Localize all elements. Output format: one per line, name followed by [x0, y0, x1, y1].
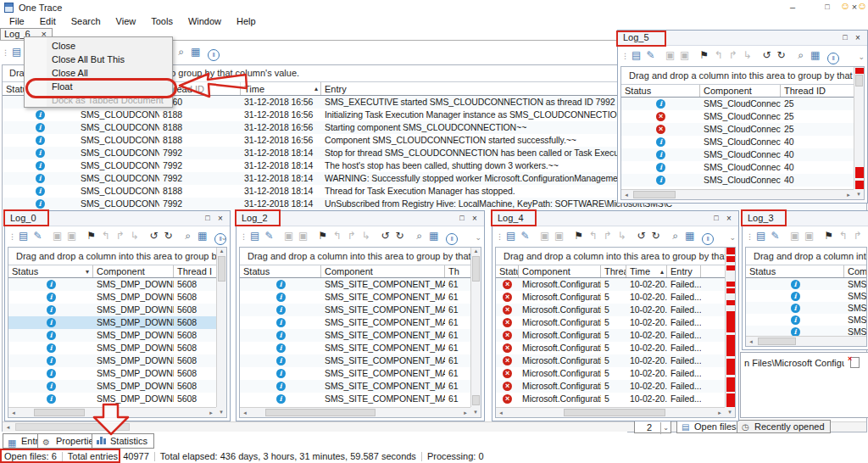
- log-row[interactable]: Microsoft.Configurati... 5 10-02-20... F…: [496, 291, 725, 304]
- find-icon[interactable]: ⌕: [181, 226, 195, 245]
- log-row[interactable]: Microsoft.Configurati... 5 10-02-20... F…: [496, 393, 725, 405]
- column-header-status[interactable]: Status: [496, 265, 519, 277]
- scroll-right-icon[interactable]: ▸: [460, 408, 470, 417]
- scroll-thumb[interactable]: [15, 423, 130, 431]
- log-row[interactable]: Microsoft.Configurati... 5 10-02-20... F…: [496, 278, 725, 291]
- scroll-left-icon[interactable]: ◂: [496, 408, 506, 417]
- log5-titlebar[interactable]: Log_5 □ ×: [618, 31, 867, 46]
- column-header-component[interactable]: Component: [700, 85, 781, 97]
- horizontal-scrollbar[interactable]: ◂ ▸: [8, 407, 216, 417]
- column-header-thread-id[interactable]: Thread ID: [781, 85, 854, 97]
- maximize-icon[interactable]: □: [456, 211, 468, 226]
- log-row[interactable]: Microsoft.Configurati... 5 10-02-20... F…: [496, 354, 725, 367]
- column-header-time[interactable]: Time▴: [626, 265, 667, 277]
- prev-error-icon[interactable]: ↺: [378, 226, 392, 245]
- clear-bookmarks-icon[interactable]: ↳: [615, 226, 629, 245]
- scroll-thumb[interactable]: [855, 75, 863, 86]
- bookmark-icon[interactable]: ⚑: [821, 226, 836, 245]
- log-row[interactable]: SMS_SITE_COMPONENT_MANAGER 61: [240, 329, 470, 342]
- log3-groupby-area[interactable]: Drag and drop a column into this area to…: [746, 248, 866, 265]
- highlight-icon[interactable]: ✎: [643, 46, 658, 64]
- smiley-feedback-icon[interactable]: ☺: [840, 1, 850, 12]
- open-file-path[interactable]: n Files\Microsoft Configurati...: [744, 358, 844, 368]
- log4-titlebar[interactable]: Log_4 □ ×: [492, 211, 738, 226]
- column-header-thread-id[interactable]: Th: [445, 265, 470, 277]
- clear-bookmarks-icon[interactable]: ↳: [865, 226, 868, 245]
- next-bookmark-icon[interactable]: ↱: [850, 226, 865, 245]
- scroll-left-icon[interactable]: ◂: [240, 408, 250, 417]
- log2-titlebar[interactable]: Log_2 □ ×: [236, 211, 484, 226]
- close-icon[interactable]: ×: [852, 31, 864, 45]
- copy-all-icon[interactable]: ▣: [677, 46, 692, 64]
- highlight-icon[interactable]: ✎: [31, 226, 45, 245]
- log-row[interactable]: SMS_CloudConnecti... 40: [621, 174, 854, 187]
- log-row[interactable]: SMS_CloudConnecti... 40: [621, 161, 854, 174]
- scroll-up-icon[interactable]: ▴: [217, 248, 226, 254]
- scroll-thumb[interactable]: [564, 409, 665, 416]
- copy-icon[interactable]: ▣: [537, 226, 552, 245]
- log-row[interactable]: SMS_SITE_COMPONENT_MANAGER 61: [240, 354, 470, 367]
- log-row[interactable]: SMS_SITE_COMPONENT_MANAGER 61: [240, 304, 470, 316]
- context-menu-item[interactable]: Close All But This: [25, 53, 172, 66]
- vertical-scrollbar[interactable]: ▴: [470, 248, 481, 407]
- scroll-down-icon[interactable]: ▾: [725, 407, 735, 417]
- prev-error-icon[interactable]: ↺: [147, 226, 161, 245]
- column-header-thread-id[interactable]: Threa...: [601, 265, 626, 277]
- column-chooser-icon[interactable]: ▦: [682, 226, 697, 245]
- copy-icon[interactable]: ▣: [281, 226, 296, 245]
- toolbar-overflow-icon[interactable]: ⌄: [858, 47, 865, 65]
- next-error-icon[interactable]: ↻: [392, 226, 407, 245]
- log-row[interactable]: SMS_DMP_DOWNLO... 5608: [8, 316, 216, 329]
- log-row[interactable]: SMS_SITE_COMPONENT_MANAGER 61: [240, 278, 470, 291]
- toolbar-overflow-icon[interactable]: ⌄: [475, 228, 481, 246]
- scroll-right-icon[interactable]: ▸: [843, 190, 854, 199]
- log-row[interactable]: SMS_DMP_DOWNLO... 5608: [8, 380, 216, 393]
- scroll-down-icon[interactable]: ▾: [470, 407, 481, 417]
- log-row[interactable]: SMS_SITE_COMPONENT_MANAGER 61: [240, 316, 470, 329]
- copy-icon[interactable]: ▣: [787, 226, 802, 245]
- bookmark-icon[interactable]: ⚑: [571, 226, 586, 245]
- scroll-down-icon[interactable]: ▾: [854, 189, 864, 199]
- pause-icon[interactable]: ‖: [702, 233, 714, 245]
- column-header-status[interactable]: Status▾: [8, 265, 93, 277]
- clear-bookmarks-icon[interactable]: ↳: [127, 226, 142, 245]
- new-entry-icon[interactable]: ▤: [504, 226, 518, 245]
- find-icon[interactable]: ⌕: [412, 226, 426, 245]
- highlight-icon[interactable]: ✎: [262, 226, 276, 245]
- menu-item[interactable]: Edit: [32, 15, 64, 28]
- log4-groupby-area[interactable]: Drag and drop a column into this area to…: [496, 248, 725, 265]
- log-row[interactable]: SMS_CLOUDCONNE...: [746, 302, 866, 314]
- toolbar-overflow-icon[interactable]: ⌄: [220, 228, 227, 246]
- scroll-right-icon[interactable]: ▸: [715, 408, 725, 417]
- copy-all-icon[interactable]: ▣: [552, 226, 566, 245]
- clear-bookmarks-icon[interactable]: ↳: [740, 46, 754, 64]
- scroll-left-icon[interactable]: ◂: [8, 408, 19, 417]
- pause-icon[interactable]: ‖: [446, 233, 458, 245]
- maximize-icon[interactable]: □: [710, 211, 722, 226]
- log-row[interactable]: SMS_DMP_DOWNLO... 5608: [8, 304, 216, 316]
- new-entry-icon[interactable]: ▤: [754, 226, 768, 245]
- toolbar-grip[interactable]: ⋮: [746, 227, 751, 246]
- log5-groupby-area[interactable]: Drag and drop a column into this area to…: [621, 67, 854, 84]
- column-header-component[interactable]: Component: [93, 265, 174, 277]
- menu-item[interactable]: Window: [181, 15, 229, 28]
- log-row[interactable]: SMS_DMP_DOWNLO... 5608: [8, 367, 216, 380]
- log-row[interactable]: SMS_DMP_DOWNLO... 5608: [8, 342, 216, 354]
- tab-recently-opened[interactable]: ◷Recently opened: [737, 420, 831, 433]
- log-row[interactable]: Microsoft.Configurati... 5 10-02-20... F…: [496, 367, 725, 380]
- prev-bookmark-icon[interactable]: ↰: [711, 46, 726, 64]
- filter-icon[interactable]: ▾: [86, 265, 89, 277]
- next-bookmark-icon[interactable]: ↱: [113, 226, 127, 245]
- next-bookmark-icon[interactable]: ↱: [600, 226, 615, 245]
- scroll-thumb[interactable]: [265, 409, 376, 416]
- clear-bookmarks-icon[interactable]: ↳: [359, 226, 373, 245]
- maximize-icon[interactable]: □: [839, 31, 851, 45]
- horizontal-scrollbar[interactable]: ◂ ▸: [621, 189, 854, 199]
- column-chooser-icon[interactable]: ▦: [426, 226, 441, 245]
- column-chooser-icon[interactable]: ▦: [195, 226, 209, 245]
- page-selector[interactable]: 2⌄: [634, 421, 671, 433]
- next-error-icon[interactable]: ↻: [161, 226, 175, 245]
- toolbar-overflow-icon[interactable]: ⌄: [729, 228, 736, 246]
- bookmark-icon[interactable]: ⚑: [697, 46, 711, 64]
- prev-error-icon[interactable]: ↺: [760, 46, 774, 64]
